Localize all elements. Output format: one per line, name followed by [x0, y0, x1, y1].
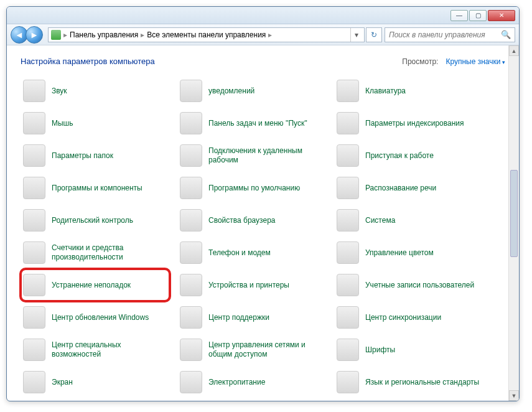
- navbar: ◄ ► ▸ Панель управления ▸ Все элементы п…: [7, 24, 519, 45]
- item-label: Свойства браузера: [208, 216, 276, 225]
- network-sharing-item-icon: [180, 339, 202, 361]
- color-management-item-icon: [337, 241, 359, 264]
- troubleshooting-item[interactable]: Устранение неполадок: [21, 269, 170, 301]
- maximize-button[interactable]: ▢: [469, 10, 487, 21]
- item-label: Родительский контроль: [52, 216, 133, 225]
- system-item-icon: [337, 209, 359, 232]
- keyboard-item-icon: [337, 80, 359, 102]
- item-label: Шрифты: [365, 345, 395, 355]
- internet-options-item[interactable]: Свойства браузера: [177, 204, 327, 236]
- getting-started-item[interactable]: Приступая к работе: [334, 139, 483, 172]
- parental-controls-item-icon: [23, 209, 45, 232]
- item-label: Система: [365, 216, 395, 225]
- forward-button[interactable]: ►: [26, 26, 43, 44]
- user-accounts-item[interactable]: Учетные записи пользователей: [334, 269, 483, 301]
- item-label: Телефон и модем: [208, 248, 271, 258]
- sound-item[interactable]: Звук: [21, 75, 170, 107]
- item-label: Звук: [52, 87, 67, 96]
- control-panel-window: — ▢ ✕ ◄ ► ▸ Панель управления ▸ Все элем…: [6, 6, 520, 401]
- parental-controls-item[interactable]: Родительский контроль: [21, 204, 170, 236]
- item-label: Подключения к удаленным рабочим: [208, 146, 324, 165]
- folder-options-item[interactable]: Параметры папок: [21, 139, 170, 172]
- notification-icons-item-icon: [180, 80, 202, 102]
- chevron-right-icon[interactable]: ▸: [63, 30, 67, 39]
- scroll-up-button[interactable]: ▲: [509, 45, 519, 56]
- notification-icons-item[interactable]: уведомлений: [177, 75, 327, 107]
- speech-recognition-item[interactable]: Распознавание речи: [334, 172, 483, 204]
- item-label: Программы по умолчанию: [208, 184, 300, 193]
- action-center-item[interactable]: Центр поддержки: [177, 301, 327, 334]
- search-box[interactable]: 🔍: [385, 27, 515, 42]
- item-label: Центр специальных возможностей: [52, 340, 167, 359]
- item-label: Распознавание речи: [365, 184, 436, 193]
- display-item[interactable]: Экран: [21, 366, 170, 398]
- color-management-item[interactable]: Управление цветом: [334, 236, 483, 269]
- breadcrumb-level1[interactable]: Панель управления: [70, 30, 138, 39]
- refresh-button[interactable]: ↻: [366, 27, 382, 42]
- control-panel-icon: [51, 30, 61, 40]
- indexing-options-item-icon: [337, 112, 359, 134]
- phone-modem-item[interactable]: Телефон и модем: [177, 236, 327, 269]
- address-dropdown[interactable]: ▾: [350, 28, 362, 42]
- performance-item[interactable]: Счетчики и средства производительности: [21, 236, 170, 269]
- ease-of-access-item[interactable]: Центр специальных возможностей: [21, 334, 170, 366]
- default-programs-item-icon: [180, 177, 202, 199]
- address-bar[interactable]: ▸ Панель управления ▸ Все элементы панел…: [48, 27, 365, 42]
- devices-printers-item[interactable]: Устройства и принтеры: [177, 269, 327, 301]
- power-options-item[interactable]: Электропитание: [177, 366, 327, 398]
- view-dropdown[interactable]: Крупные значки: [446, 57, 505, 66]
- getting-started-item-icon: [337, 144, 359, 167]
- item-label: Язык и региональные стандарты: [365, 378, 479, 387]
- performance-item-icon: [23, 241, 45, 264]
- minimize-button[interactable]: —: [450, 10, 468, 21]
- speech-recognition-item-icon: [337, 177, 359, 199]
- page-title: Настройка параметров компьютера: [21, 57, 155, 66]
- programs-features-item[interactable]: Программы и компоненты: [21, 172, 170, 204]
- devices-printers-item-icon: [180, 274, 202, 296]
- item-label: Панель задач и меню ''Пуск'': [208, 119, 307, 128]
- scroll-thumb[interactable]: [510, 170, 518, 257]
- indexing-options-item[interactable]: Параметры индексирования: [334, 107, 483, 139]
- close-button[interactable]: ✕: [488, 10, 515, 21]
- remote-desktop-item[interactable]: Подключения к удаленным рабочим: [177, 139, 327, 172]
- system-item[interactable]: Система: [334, 204, 483, 236]
- item-label: Центр поддержки: [208, 313, 269, 322]
- region-language-item[interactable]: Язык и региональные стандарты: [334, 366, 483, 398]
- taskbar-start-item[interactable]: Панель задач и меню ''Пуск'': [177, 107, 327, 139]
- scroll-down-button[interactable]: ▼: [509, 390, 519, 401]
- mouse-item[interactable]: Мышь: [21, 107, 170, 139]
- item-label: Клавиатура: [365, 87, 406, 96]
- taskbar-start-item-icon: [180, 112, 202, 134]
- ease-of-access-item-icon: [23, 339, 45, 361]
- chevron-right-icon[interactable]: ▸: [141, 30, 144, 39]
- item-label: Центр синхронизации: [365, 313, 441, 322]
- user-accounts-item-icon: [337, 274, 359, 296]
- item-label: Приступая к работе: [365, 151, 434, 161]
- search-input[interactable]: [389, 30, 498, 39]
- sync-center-item-icon: [337, 306, 359, 329]
- windows-update-item[interactable]: Центр обновления Windows: [21, 301, 170, 334]
- default-programs-item[interactable]: Программы по умолчанию: [177, 172, 327, 204]
- keyboard-item[interactable]: Клавиатура: [334, 75, 483, 107]
- content-area: Настройка параметров компьютера Просмотр…: [7, 45, 519, 401]
- item-grid: ЗвукуведомленийКлавиатураМышьПанель зада…: [7, 71, 519, 401]
- item-label: Управление цветом: [365, 248, 434, 258]
- item-label: Устранение неполадок: [52, 281, 131, 290]
- region-language-item-icon: [337, 371, 359, 393]
- item-label: Счетчики и средства производительности: [52, 243, 167, 262]
- chevron-right-icon[interactable]: ▸: [268, 30, 272, 39]
- item-label: Экран: [52, 378, 73, 387]
- view-label: Просмотр:: [402, 57, 438, 66]
- item-label: Учетные записи пользователей: [365, 281, 474, 290]
- fonts-item[interactable]: Шрифты: [334, 334, 483, 366]
- sync-center-item[interactable]: Центр синхронизации: [334, 301, 483, 334]
- vertical-scrollbar[interactable]: ▲ ▼: [508, 45, 519, 401]
- titlebar: — ▢ ✕: [7, 7, 519, 24]
- action-center-item-icon: [180, 306, 202, 329]
- network-sharing-item[interactable]: Центр управления сетями и общим доступом: [177, 334, 327, 366]
- phone-modem-item-icon: [180, 241, 202, 264]
- breadcrumb-level2[interactable]: Все элементы панели управления: [147, 30, 266, 39]
- search-icon[interactable]: 🔍: [501, 30, 511, 39]
- item-label: Параметры папок: [52, 151, 113, 161]
- programs-features-item-icon: [23, 177, 45, 199]
